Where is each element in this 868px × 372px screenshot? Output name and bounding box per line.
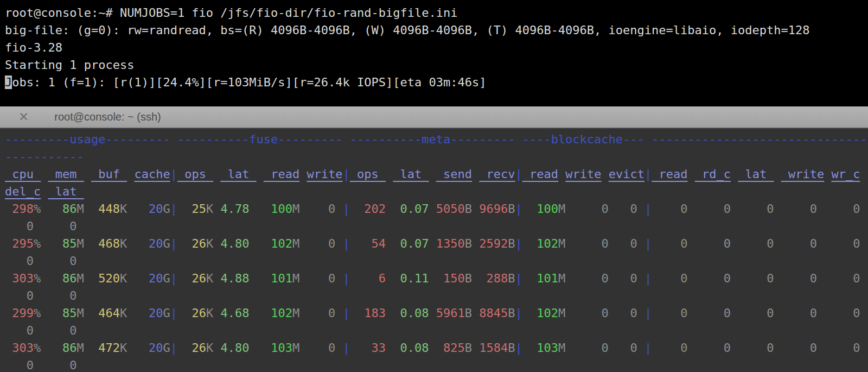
- terminal-line-jobs-progress: Jobs: 1 (f=1): [r(1)][24.4%][r=103MiB/s]…: [5, 74, 868, 91]
- stats-line: del_c lat: [5, 183, 868, 200]
- terminal-line-command: root@console:~# NUMJOBS=1 fio /jfs/fio-d…: [5, 4, 868, 22]
- stats-terminal: ---------usage--------- ----------fuse--…: [0, 128, 868, 372]
- stats-line: 303% 86M 472K 20G| 26K 4.80 103M 0 | 33 …: [5, 339, 868, 357]
- terminal-line-jobinfo: big-file: (g=0): rw=randread, bs=(R) 409…: [5, 22, 868, 39]
- stats-line: -----------: [5, 148, 868, 166]
- terminal-line-starting: Starting 1 process: [5, 56, 868, 74]
- stats-line: 0 0: [5, 287, 868, 305]
- fio-terminal: root@console:~# NUMJOBS=1 fio /jfs/fio-d…: [0, 0, 868, 106]
- stats-line: 0 0: [5, 253, 868, 270]
- stats-line: 0 0: [5, 357, 868, 372]
- stats-line: 303% 86M 520K 20G| 26K 4.88 101M 0 | 6 0…: [5, 270, 868, 287]
- stats-line: 0 0: [5, 322, 868, 339]
- terminal-tab-bar[interactable]: ✕ root@console: ~ (ssh): [0, 106, 868, 128]
- tab-title: root@console: ~ (ssh): [54, 111, 161, 123]
- terminal-cursor: J: [5, 75, 12, 89]
- terminal-line-version: fio-3.28: [5, 39, 868, 56]
- stats-line: 0 0: [5, 218, 868, 235]
- stats-line: cpu mem buf cache| ops lat read write| o…: [5, 166, 868, 183]
- close-icon[interactable]: ✕: [18, 111, 29, 123]
- jobs-progress-text: obs: 1 (f=1): [r(1)][24.4%][r=103MiB/s][…: [12, 75, 486, 89]
- stats-line: 298% 86M 448K 20G| 25K 4.78 100M 0 | 202…: [5, 200, 868, 218]
- juicefs-stats-output: ---------usage--------- ----------fuse--…: [5, 131, 868, 372]
- stats-line: ---------usage--------- ----------fuse--…: [5, 131, 868, 148]
- stats-line: 295% 85M 468K 20G| 26K 4.80 102M 0 | 54 …: [5, 235, 868, 253]
- stats-line: 299% 85M 464K 20G| 26K 4.68 102M 0 | 183…: [5, 305, 868, 322]
